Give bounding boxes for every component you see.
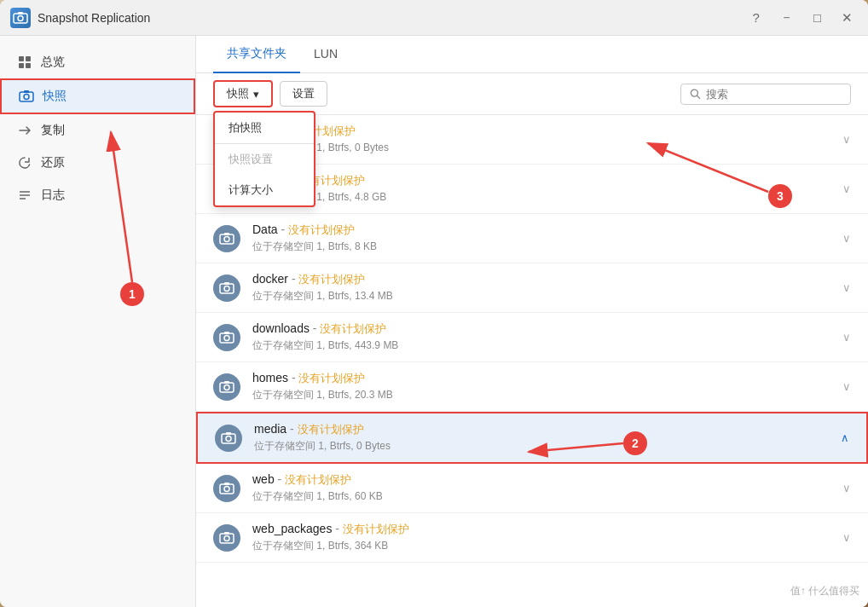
list-item-media[interactable]: media - 没有计划保护 位于存储空间 1, Btrfs, 0 Bytes … [196,412,868,464]
list-item-web[interactable]: web - 没有计划保护 位于存储空间 1, Btrfs, 60 KB ∨ [196,464,868,513]
svg-rect-2 [18,12,23,14]
svg-rect-36 [220,484,234,494]
item-info-homes20: homes - 没有计划保护 位于存储空间 1, Btrfs, 20.3 MB [252,371,830,402]
maximize-button[interactable]: □ [808,9,826,26]
chevron-homes48: ∨ [842,182,851,195]
chevron-homes20: ∨ [842,380,851,393]
search-box[interactable] [680,84,851,105]
sidebar-item-replicate[interactable]: 复制 [0,114,195,147]
svg-rect-35 [226,432,231,435]
svg-rect-4 [26,56,31,61]
sidebar-item-log-label: 日志 [41,188,65,203]
dropdown-item-calc-size[interactable]: 计算大小 [215,175,314,205]
svg-point-25 [224,286,229,291]
sidebar-item-overview-label: 总览 [41,55,65,70]
item-info-web-packages: web_packages - 没有计划保护 位于存储空间 1, Btrfs, 3… [252,522,830,553]
app-title: Snapshot Replication [38,11,748,25]
sidebar-item-snapshot[interactable]: 快照 [0,78,195,114]
minimize-button[interactable]: － [775,8,798,27]
snapshot-dropdown-button[interactable]: 快照 ▾ [213,80,273,107]
chevron-media: ∧ [841,431,849,444]
titlebar: Snapshot Replication ? － □ ✕ [0,0,868,36]
snapshot-icon [19,89,34,104]
sidebar-item-log[interactable]: 日志 [0,179,195,211]
tabs-bar: 共享文件夹 LUN [196,36,868,73]
watermark: 值↑ 什么值得买 [790,584,859,598]
list-item-homes20[interactable]: homes - 没有计划保护 位于存储空间 1, Btrfs, 20.3 MB … [196,362,868,412]
svg-point-1 [18,15,23,20]
item-info-downloads: downloads - 没有计划保护 位于存储空间 1, Btrfs, 443.… [252,321,830,353]
svg-rect-41 [224,532,229,535]
content-area: 共享文件夹 LUN 快照 ▾ 设置 [196,36,868,607]
item-info-drive: drive - 没有计划保护 位于存储空间 1, Btrfs, 0 Bytes [252,124,830,155]
svg-rect-29 [224,332,229,334]
sidebar-item-snapshot-label: 快照 [43,89,67,104]
tab-lun[interactable]: LUN [300,36,351,73]
replicate-icon [17,123,32,138]
item-icon-downloads [213,324,240,351]
svg-rect-38 [224,483,229,485]
app-icon [10,8,31,28]
svg-rect-0 [14,14,27,23]
svg-point-22 [224,236,229,241]
log-icon [17,188,32,203]
svg-rect-21 [220,234,234,244]
item-icon-web [213,475,240,502]
svg-point-34 [226,436,231,441]
svg-rect-32 [224,381,229,384]
sidebar-item-overview[interactable]: 总览 [0,46,195,78]
overview-icon [17,55,32,70]
close-button[interactable]: ✕ [836,9,858,27]
svg-rect-33 [222,434,235,443]
svg-point-8 [24,95,29,100]
item-icon-homes20 [213,373,240,401]
item-info-docker: docker - 没有计划保护 位于存储空间 1, Btrfs, 13.4 MB [252,272,830,304]
svg-rect-7 [20,92,33,101]
search-icon [690,88,701,100]
help-button[interactable]: ? [748,9,765,26]
item-info-data: Data - 没有计划保护 位于存储空间 1, Btrfs, 8 KB [252,223,830,254]
chevron-downloads: ∨ [842,331,851,344]
sidebar: 总览 快照 复制 [0,36,196,607]
svg-rect-24 [220,284,234,293]
toolbar: 快照 ▾ 设置 [196,73,868,115]
svg-rect-3 [19,56,24,61]
svg-rect-26 [224,282,229,285]
svg-rect-6 [26,63,31,68]
dropdown-item-take-snapshot[interactable]: 拍快照 [215,113,314,143]
chevron-docker: ∨ [842,281,851,294]
main-content: 总览 快照 复制 [0,36,868,607]
svg-rect-27 [220,333,234,343]
list-item-downloads[interactable]: downloads - 没有计划保护 位于存储空间 1, Btrfs, 443.… [196,313,868,362]
tab-shared-folder[interactable]: 共享文件夹 [213,36,300,73]
item-info-media: media - 没有计划保护 位于存储空间 1, Btrfs, 0 Bytes [254,422,829,454]
chevron-web: ∨ [842,482,851,494]
svg-rect-30 [220,383,234,392]
list-item-data[interactable]: Data - 没有计划保护 位于存储空间 1, Btrfs, 8 KB ∨ [196,214,868,263]
item-icon-web-packages [213,524,240,552]
sidebar-item-restore-label: 还原 [41,155,65,171]
item-icon-data [213,225,240,252]
svg-point-40 [224,535,229,541]
chevron-web-packages: ∨ [842,531,851,544]
restore-icon [17,155,32,171]
item-info-homes48: homes - 没有计划保护 位于存储空间 1, Btrfs, 4.8 GB [252,173,830,205]
svg-point-31 [224,384,229,390]
svg-rect-23 [224,233,229,235]
window-controls: ? － □ ✕ [748,8,858,27]
item-info-web: web - 没有计划保护 位于存储空间 1, Btrfs, 60 KB [252,472,830,504]
list-item-web-packages[interactable]: web_packages - 没有计划保护 位于存储空间 1, Btrfs, 3… [196,513,868,563]
sidebar-item-restore[interactable]: 还原 [0,147,195,179]
sidebar-item-replicate-label: 复制 [41,123,65,138]
settings-button[interactable]: 设置 [280,81,327,107]
item-icon-docker [213,275,240,302]
svg-rect-39 [220,534,234,543]
list-item-docker[interactable]: docker - 没有计划保护 位于存储空间 1, Btrfs, 13.4 MB… [196,263,868,313]
svg-point-28 [224,335,229,340]
dropdown-item-snapshot-settings: 快照设置 [215,144,314,175]
svg-line-14 [697,95,700,98]
item-icon-media [215,425,242,452]
svg-rect-9 [24,90,29,93]
snapshot-dropdown-menu: 拍快照 快照设置 计算大小 [213,111,315,207]
search-input[interactable] [706,88,842,101]
